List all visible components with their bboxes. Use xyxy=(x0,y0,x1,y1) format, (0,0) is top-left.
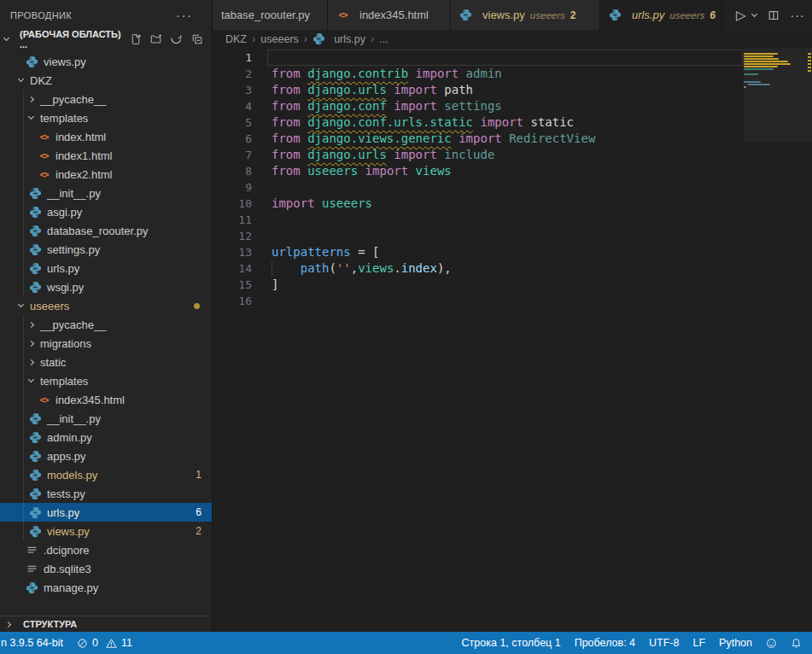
line-number[interactable]: 11 xyxy=(213,212,252,228)
tree-item-index2.html[interactable]: <>index2.html xyxy=(0,165,212,184)
breadcrumb-item-...[interactable]: ... xyxy=(379,33,388,45)
indent-guide xyxy=(23,353,24,371)
line-number[interactable]: 10 xyxy=(213,196,252,212)
tree-item-db.sqlite3[interactable]: db.sqlite3 xyxy=(0,559,212,578)
code-line-8[interactable]: 8from useeers import views xyxy=(213,163,812,179)
tree-item-settings.py[interactable]: settings.py xyxy=(0,240,212,259)
code-line-10[interactable]: 10import useeers xyxy=(213,196,812,212)
status-python-version[interactable]: n 3.9.5 64-bit xyxy=(0,632,70,654)
outline-section-header[interactable]: СТРУКТУРА xyxy=(0,616,212,632)
status-text: Строка 1, столбец 1 xyxy=(462,637,561,649)
tree-item-__init__.py[interactable]: __init__.py xyxy=(0,409,212,428)
breadcrumb-item-useeers[interactable]: useeers xyxy=(260,33,298,45)
code-line-6[interactable]: 6from django.views.generic import Redire… xyxy=(213,131,812,147)
tree-item-asgi.py[interactable]: asgi.py xyxy=(0,202,212,221)
explorer-more-actions-icon[interactable]: ··· xyxy=(176,9,193,22)
tree-item-manage.py[interactable]: manage.py xyxy=(0,578,212,597)
code-line-4[interactable]: 4from django.conf import settings xyxy=(213,98,812,114)
tab-index345.html[interactable]: <>index345.html xyxy=(328,0,451,30)
status-indentation[interactable]: Пробелов: 4 xyxy=(568,632,642,654)
tab-views.py[interactable]: views.pyuseeers2 xyxy=(451,0,600,30)
status-language[interactable]: Python xyxy=(712,632,759,654)
tree-item-models.py[interactable]: models.py1 xyxy=(0,465,212,484)
code-line-12[interactable]: 12 xyxy=(213,228,812,244)
status-feedback[interactable] xyxy=(759,632,784,654)
minimap[interactable] xyxy=(744,50,805,91)
tree-item-apps.py[interactable]: apps.py xyxy=(0,447,212,465)
tree-item-views.py[interactable]: views.py2 xyxy=(0,522,212,540)
breadcrumb-separator: › xyxy=(304,32,307,45)
code-line-11[interactable]: 11 xyxy=(213,212,812,228)
explorer-toolbar xyxy=(130,33,212,45)
more-actions-icon[interactable]: ··· xyxy=(791,9,805,22)
new-file-icon[interactable] xyxy=(130,33,142,45)
code-line-14[interactable]: 14 path('',views.index), xyxy=(213,260,812,277)
status-problems[interactable]: 011 xyxy=(70,632,139,654)
line-number[interactable]: 13 xyxy=(213,244,252,260)
tree-item-useeers[interactable]: useeers xyxy=(0,296,212,315)
new-folder-icon[interactable] xyxy=(150,33,162,45)
tree-item-database_roouter.py[interactable]: database_roouter.py xyxy=(0,221,212,240)
code-line-15[interactable]: 15] xyxy=(213,277,812,293)
tree-item-tests.py[interactable]: tests.py xyxy=(0,484,212,503)
line-number[interactable]: 6 xyxy=(213,131,252,147)
workspace-section-header[interactable]: (РАБОЧАЯ ОБЛАСТЬ) ... xyxy=(0,30,212,49)
line-number[interactable]: 15 xyxy=(213,277,252,293)
status-encoding[interactable]: UTF-8 xyxy=(642,632,686,654)
line-number[interactable]: 16 xyxy=(213,293,252,309)
line-number[interactable]: 5 xyxy=(213,114,252,131)
tree-item-static[interactable]: static xyxy=(0,353,212,371)
tree-item-views.py[interactable]: views.py xyxy=(0,52,212,71)
code-line-7[interactable]: 7from django.urls import include xyxy=(213,147,812,163)
tree-item-__pycache__[interactable]: __pycache__ xyxy=(0,315,212,334)
refresh-icon[interactable] xyxy=(171,33,183,45)
line-number[interactable]: 12 xyxy=(213,228,252,244)
line-number[interactable]: 2 xyxy=(213,66,252,82)
code-line-5[interactable]: 5from django.conf.urls.static import sta… xyxy=(213,114,812,131)
run-dropdown-icon[interactable] xyxy=(751,11,757,17)
line-number[interactable]: 1 xyxy=(213,50,252,66)
code-line-2[interactable]: 2from django.contrib import admin xyxy=(213,66,812,82)
code-line-13[interactable]: 13urlpatterns = [ xyxy=(213,244,812,260)
code-line-9[interactable]: 9 xyxy=(213,179,812,196)
tree-item-wsgi.py[interactable]: wsgi.py xyxy=(0,277,212,296)
tree-item-migrations[interactable]: migrations xyxy=(0,334,212,353)
breadcrumb-item-urls.py[interactable]: urls.py xyxy=(313,32,365,45)
tree-item-index.html[interactable]: <>index.html xyxy=(0,127,212,146)
tree-item-DKZ[interactable]: DKZ xyxy=(0,71,212,90)
line-number[interactable]: 8 xyxy=(213,163,252,179)
status-cursor-position[interactable]: Строка 1, столбец 1 xyxy=(455,632,568,654)
tree-item-.dcignore[interactable]: .dcignore xyxy=(0,540,212,559)
tree-item-__init__.py[interactable]: __init__.py xyxy=(0,184,212,202)
status-notifications[interactable] xyxy=(784,632,809,654)
tree-item-admin.py[interactable]: admin.py xyxy=(0,428,212,447)
line-number[interactable]: 7 xyxy=(213,147,252,163)
line-number[interactable]: 14 xyxy=(213,260,252,277)
line-number[interactable]: 9 xyxy=(213,179,252,196)
tree-item-urls.py[interactable]: urls.py6 xyxy=(0,503,212,522)
tree-item-templates[interactable]: templates xyxy=(0,371,212,390)
line-number[interactable]: 3 xyxy=(213,82,252,98)
breadcrumb-item-DKZ[interactable]: DKZ xyxy=(225,33,247,45)
code-line-3[interactable]: 3from django.urls import path xyxy=(213,82,812,98)
collapse-all-icon[interactable] xyxy=(191,33,203,45)
modified-dot xyxy=(194,303,200,309)
tab-tabase_roouter.py[interactable]: tabase_roouter.py xyxy=(213,0,328,30)
code-editor[interactable]: 12from django.contrib import admin3from … xyxy=(213,48,812,632)
tree-item-index1.html[interactable]: <>index1.html xyxy=(0,146,212,165)
split-editor-icon[interactable] xyxy=(768,9,780,21)
status-eol[interactable]: LF xyxy=(686,632,712,654)
tab-urls.py[interactable]: urls.pyuseeers6× xyxy=(600,0,723,30)
line-number[interactable]: 4 xyxy=(213,98,252,114)
code-line-1[interactable]: 1 xyxy=(213,50,812,66)
tree-item-index345.html[interactable]: <>index345.html xyxy=(0,390,212,409)
tree-item-urls.py[interactable]: urls.py xyxy=(0,259,212,277)
warning-icon xyxy=(106,638,117,649)
tree-item-templates[interactable]: templates xyxy=(0,108,212,127)
outline-section-label: СТРУКТУРА xyxy=(23,619,77,629)
warning-mark xyxy=(808,56,811,58)
run-button[interactable]: ▷ xyxy=(736,8,746,23)
code-line-16[interactable]: 16 xyxy=(213,293,812,309)
tree-item-__pycache__[interactable]: __pycache__ xyxy=(0,90,212,108)
warning-mark xyxy=(808,67,811,68)
